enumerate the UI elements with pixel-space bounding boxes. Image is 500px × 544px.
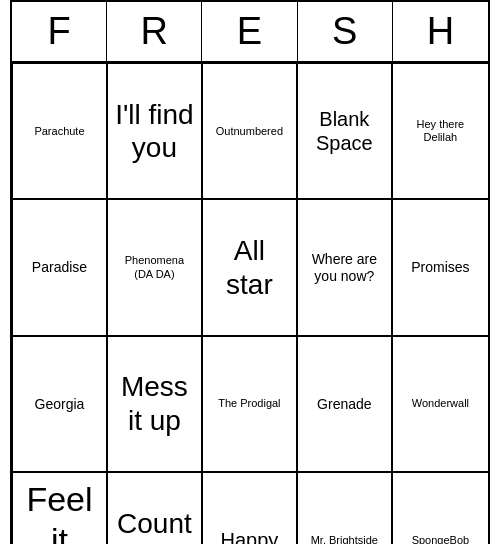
cell-text-16: Count on me	[114, 507, 195, 544]
bingo-cell-14: Wonderwall	[392, 336, 488, 472]
cell-text-7: All star	[209, 234, 290, 301]
bingo-cell-5: Paradise	[12, 199, 107, 335]
bingo-cell-9: Promises	[392, 199, 488, 335]
cell-text-12: The Prodigal	[218, 397, 280, 410]
header-letter-F: F	[12, 2, 107, 61]
header-letter-H: H	[393, 2, 488, 61]
cell-text-1: I'll find you	[114, 98, 195, 165]
cell-text-5: Paradise	[32, 259, 87, 276]
bingo-cell-12: The Prodigal	[202, 336, 297, 472]
cell-text-2: Outnumbered	[216, 125, 283, 138]
bingo-cell-2: Outnumbered	[202, 63, 297, 199]
cell-text-15: Feel it Still	[19, 479, 100, 544]
bingo-cell-13: Grenade	[297, 336, 392, 472]
cell-text-19: SpongeBob	[412, 534, 470, 544]
bingo-cell-16: Count on me	[107, 472, 202, 544]
bingo-cell-4: Hey there Delilah	[392, 63, 488, 199]
cell-text-6: Phenomena (DA DA)	[114, 254, 195, 280]
cell-text-0: Parachute	[34, 125, 84, 138]
bingo-cell-6: Phenomena (DA DA)	[107, 199, 202, 335]
bingo-cell-8: Where are you now?	[297, 199, 392, 335]
cell-text-9: Promises	[411, 259, 469, 276]
bingo-cell-18: Mr. Brightside	[297, 472, 392, 544]
header-letter-S: S	[298, 2, 393, 61]
bingo-cell-10: Georgia	[12, 336, 107, 472]
header-letter-E: E	[202, 2, 297, 61]
header-letter-R: R	[107, 2, 202, 61]
bingo-header: FRESH	[12, 2, 488, 63]
bingo-cell-7: All star	[202, 199, 297, 335]
cell-text-8: Where are you now?	[304, 251, 385, 285]
cell-text-14: Wonderwall	[412, 397, 469, 410]
cell-text-18: Mr. Brightside	[311, 534, 378, 544]
cell-text-17: Happy	[220, 528, 278, 544]
bingo-cell-17: Happy	[202, 472, 297, 544]
cell-text-11: Mess it up	[114, 370, 195, 437]
cell-text-4: Hey there Delilah	[399, 118, 482, 144]
bingo-cell-3: Blank Space	[297, 63, 392, 199]
bingo-grid: ParachuteI'll find youOutnumberedBlank S…	[12, 63, 488, 544]
bingo-cell-15: Feel it Still	[12, 472, 107, 544]
bingo-card: FRESH ParachuteI'll find youOutnumberedB…	[10, 0, 490, 544]
bingo-cell-19: SpongeBob	[392, 472, 488, 544]
bingo-cell-11: Mess it up	[107, 336, 202, 472]
cell-text-13: Grenade	[317, 396, 371, 413]
bingo-cell-1: I'll find you	[107, 63, 202, 199]
cell-text-10: Georgia	[35, 396, 85, 413]
cell-text-3: Blank Space	[304, 107, 385, 155]
bingo-cell-0: Parachute	[12, 63, 107, 199]
